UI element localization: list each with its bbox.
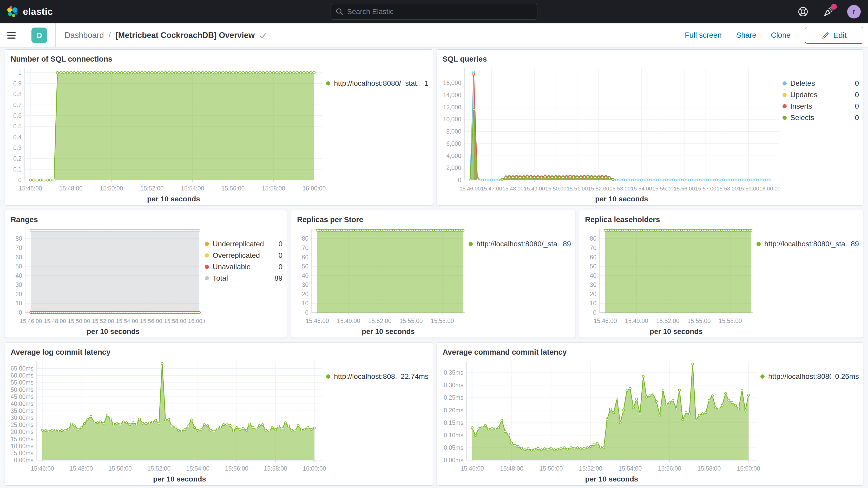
svg-text:10: 10 (16, 300, 22, 307)
svg-text:15:52:00: 15:52:00 (147, 465, 171, 472)
svg-text:15:50:00: 15:50:00 (545, 186, 566, 191)
legend-item[interactable]: http://localhost:8080...0.26ms (761, 371, 859, 382)
svg-text:15:55:00: 15:55:00 (652, 186, 674, 191)
legend-series-value: 0 (274, 263, 282, 271)
legend-series-dot (469, 242, 473, 246)
svg-text:15:50:00: 15:50:00 (539, 465, 563, 472)
legend-series-label: Overreplicated (213, 251, 260, 260)
pencil-icon (822, 31, 830, 39)
svg-text:15:46:00: 15:46:00 (306, 317, 329, 324)
edit-button[interactable]: Edit (805, 27, 863, 44)
svg-text:15:50:00: 15:50:00 (108, 465, 132, 472)
chart-area[interactable]: 15:46:0015:48:0015:50:0015:52:0015:54:00… (6, 225, 205, 336)
chart-area[interactable]: 15:46:0015:48:0015:50:0015:52:0015:54:00… (438, 357, 761, 484)
svg-text:8,000: 8,000 (446, 128, 461, 135)
legend-item[interactable]: http://localhost:8080/_sta...89 (469, 238, 571, 250)
svg-text:0.20ms: 0.20ms (444, 407, 463, 414)
title-check-icon[interactable] (259, 32, 267, 39)
legend-item[interactable]: Overreplicated0 (205, 250, 282, 261)
svg-text:15:52:00: 15:52:00 (579, 465, 602, 472)
panel-title: Number of SQL connections (5, 50, 433, 65)
svg-text:15.00ms: 15.00ms (11, 436, 33, 443)
svg-text:15:48:00: 15:48:00 (70, 465, 93, 472)
panel-average-command-commit-latency: Average command commit latency 15:46:001… (437, 342, 863, 485)
share-button[interactable]: Share (736, 31, 756, 39)
svg-text:16,000: 16,000 (443, 80, 461, 86)
svg-text:15:54:00: 15:54:00 (619, 465, 642, 472)
legend-item[interactable]: http://localhost:808...22.74ms (326, 371, 429, 382)
svg-text:15:58:00: 15:58:00 (262, 185, 285, 192)
svg-text:per 10 seconds: per 10 seconds (595, 195, 648, 203)
legend-item[interactable]: http://localhost:8080/_sta...89 (756, 238, 859, 250)
breadcrumb-separator: / (108, 31, 111, 40)
panel-average-log-commit-latency: Average log commit latency 15:46:0015:48… (5, 342, 433, 485)
full-screen-button[interactable]: Full screen (685, 31, 722, 39)
help-button[interactable] (796, 5, 810, 19)
svg-text:15:46:00: 15:46:00 (461, 465, 484, 472)
svg-text:10: 10 (590, 300, 596, 307)
svg-text:0.2: 0.2 (13, 155, 22, 162)
svg-text:15:56:00: 15:56:00 (658, 465, 681, 472)
legend-series-label: http://localhost:808... (334, 372, 397, 381)
elastic-home-link[interactable]: elastic (7, 6, 53, 18)
notification-badge (831, 4, 837, 10)
svg-text:0.00ms: 0.00ms (14, 457, 33, 464)
panel-sql-queries: SQL queries 15:46:0015:47:0015:48:0015:4… (437, 49, 863, 205)
search-input[interactable] (347, 7, 532, 16)
svg-text:15:46:00: 15:46:00 (19, 185, 42, 192)
edit-button-label: Edit (833, 31, 847, 40)
legend-series-label: Inserts (790, 102, 812, 111)
user-avatar[interactable]: r (847, 5, 861, 19)
legend-item[interactable]: http://localhost:8080/_stat...1 (326, 78, 429, 89)
chart-area[interactable]: 15:46:0015:49:0015:52:0015:55:0015:58:00… (581, 225, 756, 336)
legend-item[interactable]: Total89 (205, 273, 282, 284)
legend-item[interactable]: Updates0 (782, 89, 859, 100)
svg-text:15:56:00: 15:56:00 (225, 465, 248, 472)
legend-series-label: http://localhost:8080/_stat... (334, 79, 420, 88)
chart-legend: Underreplicated0Overreplicated0Unavailab… (205, 225, 284, 336)
breadcrumb-dashboard-link[interactable]: Dashboard (64, 31, 104, 40)
legend-item[interactable]: Deletes0 (782, 78, 859, 89)
dashboard-title[interactable]: [Metricbeat CockroachDB] Overview (115, 31, 255, 40)
svg-text:0.10ms: 0.10ms (444, 432, 463, 439)
legend-series-label: Unavailable (213, 263, 250, 271)
svg-text:25.00ms: 25.00ms (11, 422, 33, 428)
legend-series-value: 89 (270, 274, 282, 282)
svg-text:16:00:00: 16:00:00 (737, 465, 761, 472)
svg-text:0.25ms: 0.25ms (444, 394, 463, 401)
svg-text:15:58:00: 15:58:00 (716, 186, 738, 191)
svg-text:0.00ms: 0.00ms (444, 457, 463, 464)
svg-text:15:56:00: 15:56:00 (674, 186, 695, 191)
space-avatar[interactable]: D (31, 28, 47, 43)
legend-series-dot (782, 81, 787, 86)
svg-text:12,000: 12,000 (443, 104, 461, 111)
legend-item[interactable]: Unavailable0 (205, 261, 282, 273)
svg-text:15:58:00: 15:58:00 (698, 465, 721, 472)
chart-area[interactable]: 15:46:0015:49:0015:52:0015:55:0015:58:00… (293, 225, 469, 336)
global-search[interactable] (331, 4, 537, 20)
newsfeed-button[interactable] (822, 5, 835, 19)
svg-text:15:58:00: 15:58:00 (431, 317, 454, 324)
header-controls: r (796, 5, 861, 19)
svg-text:16:00:00: 16:00:00 (303, 185, 326, 192)
legend-series-label: Updates (790, 91, 817, 99)
svg-text:15:55:00: 15:55:00 (687, 317, 711, 324)
svg-text:20.00ms: 20.00ms (11, 428, 33, 435)
clone-button[interactable]: Clone (771, 31, 790, 39)
svg-text:14,000: 14,000 (443, 92, 461, 98)
chart-area[interactable]: 15:46:0015:48:0015:50:0015:52:0015:54:00… (6, 64, 326, 204)
svg-text:0: 0 (458, 177, 461, 183)
legend-item[interactable]: Underreplicated0 (205, 238, 282, 250)
svg-text:0.15ms: 0.15ms (444, 419, 463, 426)
svg-text:80: 80 (590, 235, 596, 242)
menu-toggle-button[interactable] (0, 23, 23, 47)
chart-area[interactable]: 15:46:0015:48:0015:50:0015:52:0015:54:00… (6, 357, 326, 484)
svg-text:15:49:00: 15:49:00 (337, 317, 361, 324)
chart-area[interactable]: 15:46:0015:47:0015:48:0015:49:0015:50:00… (438, 64, 782, 204)
svg-text:15:46:00: 15:46:00 (460, 186, 481, 191)
legend-item[interactable]: Inserts0 (782, 100, 859, 112)
svg-text:40: 40 (302, 272, 308, 279)
legend-item[interactable]: Selects0 (782, 112, 859, 123)
svg-text:0.7: 0.7 (13, 101, 22, 109)
global-header: elastic (0, 0, 868, 23)
